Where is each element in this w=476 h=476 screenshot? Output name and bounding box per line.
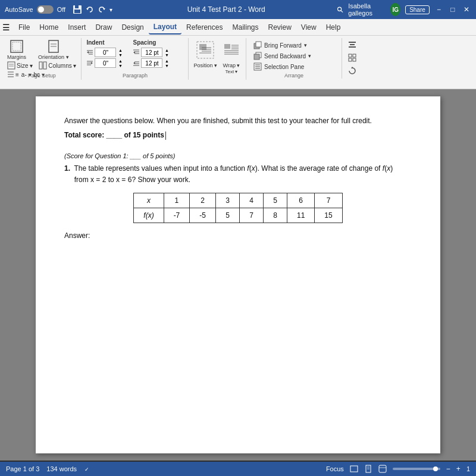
- indent-left-input[interactable]: [95, 48, 116, 57]
- columns-icon: [39, 61, 47, 70]
- indent-right-up[interactable]: ▲: [117, 58, 123, 63]
- status-right: Focus − + 1: [326, 465, 470, 473]
- rotate-icon: [348, 67, 356, 75]
- ribbon: Margins Orientation ▾: [0, 36, 476, 89]
- view-print-icon[interactable]: [364, 465, 372, 473]
- indent-right-input[interactable]: [95, 58, 116, 68]
- svg-line-6: [341, 11, 343, 12]
- menu-item-review[interactable]: Review: [263, 21, 296, 34]
- share-btn[interactable]: Share: [405, 5, 430, 14]
- table-header-row: x 1 2 3 4 5 6 7: [134, 193, 342, 208]
- user-name: Isabella gallegos: [348, 2, 386, 17]
- document-page[interactable]: Answer the questions below. When you are…: [36, 96, 440, 453]
- focus-label[interactable]: Focus: [326, 465, 344, 472]
- svg-marker-23: [87, 51, 89, 54]
- spacing-after-down[interactable]: ▼: [164, 63, 170, 68]
- menu-item-mailings[interactable]: Mailings: [227, 21, 263, 34]
- zoom-thumb[interactable]: [433, 466, 438, 471]
- menu-item-file[interactable]: File: [14, 21, 35, 34]
- position-icon: [196, 40, 215, 60]
- menu-item-help[interactable]: Help: [321, 21, 346, 34]
- menu-item-draw[interactable]: Draw: [90, 21, 117, 34]
- position-btn[interactable]: [196, 40, 215, 62]
- save-icon[interactable]: [73, 5, 82, 14]
- wrap-label: Wrap ▾: [223, 62, 240, 68]
- spacing-after-up[interactable]: ▲: [164, 58, 170, 63]
- svg-rect-8: [12, 42, 21, 51]
- svg-rect-58: [350, 44, 355, 45]
- menu-item-layout[interactable]: Layout: [149, 20, 181, 35]
- group-icon: [348, 54, 356, 62]
- orientation-btn[interactable]: Orientation ▾: [38, 39, 69, 60]
- close-btn[interactable]: ✕: [462, 4, 471, 15]
- table-cell: 11: [287, 208, 314, 223]
- paragraph-label: Paragraph: [123, 73, 148, 79]
- search-icon[interactable]: [337, 5, 343, 14]
- total-score-text: Total score: ____ of 15 points: [64, 130, 412, 140]
- indent-left-spin[interactable]: ▲ ▼: [117, 48, 123, 57]
- spacing-before-row: ▲ ▼: [133, 48, 170, 57]
- answer-label: Answer:: [64, 231, 412, 240]
- spacing-before-down[interactable]: ▼: [164, 52, 170, 57]
- menu-item-insert[interactable]: Insert: [63, 21, 90, 34]
- selection-pane-label: Selection Pane: [264, 64, 304, 70]
- spacing-after-row: ▲ ▼: [133, 58, 170, 68]
- view-normal-icon[interactable]: [350, 465, 358, 473]
- table-cell: 1: [164, 193, 190, 208]
- spacing-after-spin[interactable]: ▲ ▼: [164, 58, 170, 68]
- zoom-slider[interactable]: [393, 468, 440, 470]
- customize-btn[interactable]: ▾: [109, 7, 112, 13]
- align-btn[interactable]: [346, 39, 359, 51]
- svg-rect-59: [349, 46, 356, 48]
- spacing-before-input[interactable]: [141, 48, 162, 57]
- indent-left-down[interactable]: ▼: [117, 52, 123, 57]
- rotate-btn[interactable]: [346, 65, 359, 77]
- maximize-btn[interactable]: □: [448, 4, 457, 15]
- spacing-before-spin[interactable]: ▲ ▼: [164, 48, 170, 57]
- menu-item-home[interactable]: Home: [35, 21, 63, 34]
- indent-label: Indent: [86, 39, 123, 46]
- redo-icon[interactable]: [98, 5, 106, 14]
- columns-btn[interactable]: Columns ▾: [39, 61, 76, 70]
- view-web-icon[interactable]: [378, 465, 387, 473]
- margins-btn[interactable]: Margins: [7, 39, 26, 60]
- spacing-before-up[interactable]: ▲: [164, 48, 170, 52]
- menu-item-design[interactable]: Design: [117, 21, 148, 34]
- bring-forward-icon: [253, 41, 262, 49]
- svg-rect-16: [43, 62, 46, 69]
- send-backward-btn[interactable]: Send Backward ▾: [251, 51, 314, 61]
- svg-rect-63: [353, 58, 356, 61]
- menu-item-references[interactable]: References: [181, 21, 227, 34]
- table-cell: 5: [215, 208, 239, 223]
- spell-check-icon[interactable]: ✓: [84, 465, 92, 473]
- spacing-after-input[interactable]: [141, 58, 162, 68]
- svg-rect-37: [199, 44, 206, 50]
- user-avatar[interactable]: IG: [390, 3, 400, 16]
- send-backward-label: Send Backward: [264, 53, 306, 60]
- table-cell: -7: [164, 208, 190, 223]
- undo-icon[interactable]: [86, 5, 94, 14]
- selection-pane-btn[interactable]: Selection Pane: [251, 62, 314, 71]
- question1-text: 1. The table represents values when inpu…: [64, 163, 412, 186]
- table-cell: -5: [190, 208, 216, 223]
- menu-item-view[interactable]: View: [296, 21, 321, 34]
- line-numbers-btn[interactable]: ≡: [7, 71, 19, 78]
- menu-bar: ☰ File Home Insert Draw Design Layout Re…: [0, 19, 476, 36]
- indent-right-spin[interactable]: ▲ ▼: [117, 58, 123, 68]
- indent-left-up[interactable]: ▲: [117, 48, 123, 52]
- indent-right-down[interactable]: ▼: [117, 63, 123, 68]
- svg-point-5: [338, 7, 342, 11]
- zoom-minus[interactable]: −: [446, 465, 450, 473]
- spacing-before-icon: [133, 49, 140, 55]
- paragraph-group: Indent ▲ ▼: [82, 38, 189, 80]
- svg-rect-62: [349, 58, 352, 61]
- size-btn[interactable]: Size ▾: [7, 61, 33, 70]
- group-btn[interactable]: [346, 52, 359, 64]
- sidebar-toggle[interactable]: ☰: [2, 23, 10, 32]
- zoom-plus[interactable]: +: [456, 465, 461, 473]
- minimize-btn[interactable]: −: [434, 4, 443, 15]
- indent-right-icon: [86, 60, 93, 66]
- wrap-text-btn[interactable]: [222, 40, 241, 62]
- bring-forward-btn[interactable]: Bring Forward ▾: [251, 40, 314, 50]
- autosave-toggle[interactable]: [37, 5, 54, 14]
